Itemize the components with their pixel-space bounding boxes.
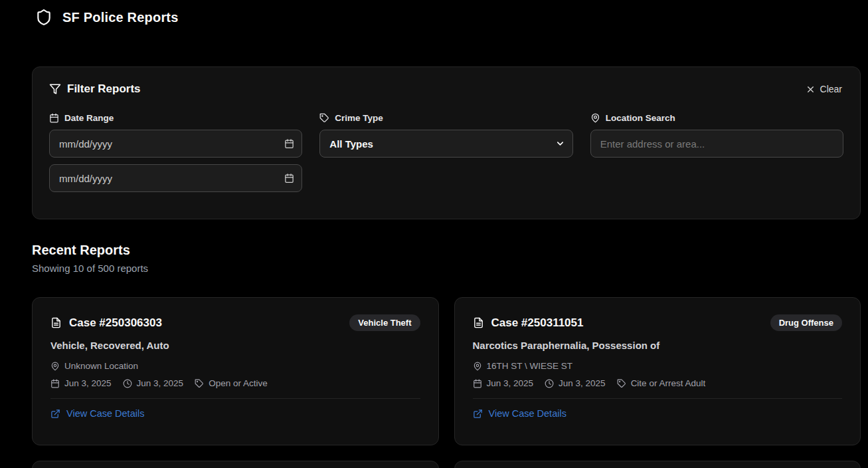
crime-type-badge: Vehicle Theft [349,314,420,331]
map-pin-icon [590,113,600,123]
report-card [32,461,439,468]
crime-type-field: Crime Type All Types [319,113,572,192]
map-pin-icon [473,362,482,371]
case-time: Jun 3, 2025 [137,378,184,388]
clock-icon [123,379,132,388]
location-search-label: Location Search [590,113,843,123]
crime-type-badge: Drug Offense [770,314,842,331]
crime-type-select[interactable]: All Types [319,130,572,158]
case-meta-row: Jun 3, 2025 Jun 3, 2025 [473,378,843,388]
case-location-row: Unknown Location [50,361,420,371]
section-title: Recent Reports [32,243,868,258]
case-status: Cite or Arrest Adult [631,378,706,388]
filter-panel: Filter Reports Clear Date Range [32,66,861,219]
external-link-icon [50,409,60,419]
tag-icon [617,379,626,388]
file-text-icon [50,317,62,328]
funnel-icon [49,83,61,95]
clock-icon [545,379,554,388]
external-link-icon [473,409,483,419]
reports-count-summary: Showing 10 of 500 reports [32,263,868,274]
case-status: Open or Active [209,378,268,388]
tag-icon [195,379,204,388]
case-date: Jun 3, 2025 [487,378,534,388]
view-case-details-link[interactable]: View Case Details [50,399,420,428]
report-card: Case #250306303 Vehicle Theft Vehicle, R… [32,297,439,445]
map-pin-icon [50,362,60,371]
calendar-icon [49,113,59,123]
close-icon [806,84,816,94]
case-number-title: Case #250306303 [50,316,162,330]
case-time: Jun 3, 2025 [559,378,606,388]
case-location: 16TH ST \ WIESE ST [487,361,573,371]
case-description: Vehicle, Recovered, Auto [50,340,420,351]
clear-filters-button[interactable]: Clear [804,81,843,97]
app-header: SF Police Reports [0,0,868,35]
calendar-icon [50,379,60,388]
start-date-input[interactable] [49,130,302,158]
date-range-field: Date Range [49,113,302,192]
clear-button-label: Clear [820,84,842,94]
case-location: Unknown Location [64,361,138,371]
location-search-field: Location Search [590,113,843,192]
report-card: Case #250311051 Drug Offense Narcotics P… [454,297,861,445]
end-date-input[interactable] [49,164,302,192]
recent-reports-section: Recent Reports Showing 10 of 500 reports… [32,243,868,468]
case-description: Narcotics Paraphernalia, Possession of [473,340,843,351]
file-text-icon [473,317,484,328]
calendar-icon [473,379,482,388]
report-card [454,461,861,468]
app-title: SF Police Reports [62,10,179,25]
filter-title: Filter Reports [49,82,141,96]
date-range-label: Date Range [49,113,302,123]
view-case-details-link[interactable]: View Case Details [473,399,843,428]
case-number-title: Case #250311051 [473,316,584,330]
filter-title-label: Filter Reports [67,82,141,96]
case-meta-row: Jun 3, 2025 Jun 3, 2025 [50,378,420,388]
crime-type-label: Crime Type [319,113,572,123]
tag-icon [319,113,329,123]
location-search-input[interactable] [590,130,843,158]
shield-icon [35,9,52,26]
case-date: Jun 3, 2025 [64,378,112,388]
case-location-row: 16TH ST \ WIESE ST [473,361,843,371]
